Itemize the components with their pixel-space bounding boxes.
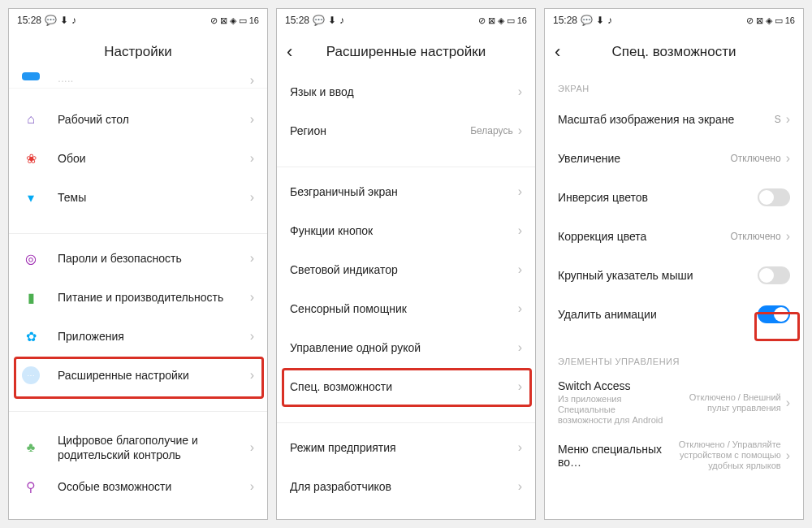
chat-icon: 💬 xyxy=(45,15,57,26)
status-time: 15:28 xyxy=(285,15,309,26)
chevron-icon: › xyxy=(518,262,522,277)
notifications-icon xyxy=(22,72,40,80)
row-themes[interactable]: ▾ Темы › xyxy=(9,178,267,217)
row-apps[interactable]: ✿ Приложения › xyxy=(9,317,267,356)
more-icon: ⋯ xyxy=(22,366,40,384)
chevron-icon: › xyxy=(518,301,522,316)
toggle-large-pointer[interactable] xyxy=(758,266,790,284)
wallpaper-icon: ❀ xyxy=(22,149,40,167)
chevron-icon: › xyxy=(518,440,522,455)
row-developer[interactable]: Для разработчиков › xyxy=(277,467,535,506)
music-icon: ♪ xyxy=(71,15,76,26)
row-buttons[interactable]: Функции кнопок › xyxy=(277,211,535,250)
row-label: Питание и производительность xyxy=(58,290,250,305)
download-icon: ⬇ xyxy=(328,15,336,26)
battery-row-icon: ▮ xyxy=(22,288,40,306)
themes-icon: ▾ xyxy=(22,188,40,206)
chevron-icon: › xyxy=(786,229,790,244)
row-color-correction[interactable]: Коррекция цвета Отключено › xyxy=(545,217,803,256)
dnd-icon: ⊘ xyxy=(478,15,486,26)
status-time: 15:28 xyxy=(17,15,41,26)
row-label: Обои xyxy=(58,152,250,165)
row-label: Сенсорный помощник xyxy=(290,302,518,315)
wifi-icon: ◈ xyxy=(498,15,504,26)
wifi-icon: ◈ xyxy=(230,15,236,26)
chevron-icon: › xyxy=(518,84,522,99)
row-color-inversion[interactable]: Инверсия цветов xyxy=(545,178,803,217)
row-security[interactable]: ◎ Пароли и безопасность › xyxy=(9,239,267,278)
alarm-icon: ⊠ xyxy=(488,15,495,26)
row-language[interactable]: Язык и ввод › xyxy=(277,72,535,111)
row-large-pointer[interactable]: Крупный указатель мыши xyxy=(545,256,803,295)
chevron-icon: › xyxy=(518,123,522,138)
phone-settings: 15:28💬⬇♪ ⊘⊠◈▭16 Настройки ····· › ⌂ Рабо… xyxy=(8,8,268,520)
page-title: Расширенные настройки xyxy=(326,44,486,60)
home-icon: ⌂ xyxy=(22,110,40,128)
row-label: Инверсия цветов xyxy=(558,191,758,204)
row-notifications[interactable]: ····· › xyxy=(9,72,267,89)
battery-icon: ▭ xyxy=(775,15,783,26)
row-remove-animations[interactable]: Удалить анимации xyxy=(545,295,803,334)
row-label: Для разработчиков xyxy=(290,480,518,493)
settings-list[interactable]: ····· › ⌂ Рабочий стол › ❀ Обои › ▾ Темы… xyxy=(9,72,267,520)
chevron-icon: › xyxy=(250,479,254,494)
row-battery[interactable]: ▮ Питание и производительность › xyxy=(9,278,267,317)
row-accessibility-special[interactable]: ⚲ Особые возможности › xyxy=(9,467,267,506)
statusbar: 15:28💬⬇♪ ⊘⊠◈▭16 xyxy=(9,9,267,32)
row-label: Функции кнопок xyxy=(290,224,518,237)
phone-accessibility: 15:28💬⬇♪ ⊘⊠◈▭16 ‹ Спец. возможности ЭКРА… xyxy=(544,8,804,520)
row-label: Рабочий стол xyxy=(58,113,250,126)
row-wellbeing[interactable]: ♣ Цифровое благополучие и родительский к… xyxy=(9,428,267,467)
page-title: Настройки xyxy=(104,44,171,60)
row-label: Управление одной рукой xyxy=(290,341,518,354)
back-button[interactable]: ‹ xyxy=(555,41,560,63)
row-led[interactable]: Световой индикатор › xyxy=(277,250,535,289)
back-button[interactable]: ‹ xyxy=(287,41,292,63)
row-label: Крупный указатель мыши xyxy=(558,269,758,282)
chevron-icon: › xyxy=(250,290,254,305)
battery-icon: ▭ xyxy=(239,15,247,26)
row-switch-access[interactable]: Switch Access Из приложения Специальные … xyxy=(545,373,803,433)
chevron-icon: › xyxy=(250,112,254,127)
row-label: Регион xyxy=(290,124,470,137)
row-value: Отключено xyxy=(730,153,780,164)
shield-icon: ◎ xyxy=(22,249,40,267)
row-accessibility-menu[interactable]: Меню специальных во… Отключено / Управля… xyxy=(545,433,803,478)
accessibility-list[interactable]: ЭКРАН Масштаб изображения на экране S › … xyxy=(545,72,803,520)
row-quickball[interactable]: Сенсорный помощник › xyxy=(277,289,535,328)
row-onehand[interactable]: Управление одной рукой › xyxy=(277,328,535,367)
row-advanced[interactable]: ⋯ Расширенные настройки › xyxy=(9,356,267,395)
music-icon: ♪ xyxy=(607,15,612,26)
row-enterprise[interactable]: Режим предприятия › xyxy=(277,428,535,467)
chevron-icon: › xyxy=(518,479,522,494)
toggle-remove-animations[interactable] xyxy=(758,305,790,323)
row-display-scale[interactable]: Масштаб изображения на экране S › xyxy=(545,100,803,139)
row-magnification[interactable]: Увеличение Отключено › xyxy=(545,139,803,178)
row-accessibility[interactable]: Спец. возможности › xyxy=(277,367,535,406)
row-fullscreen[interactable]: Безграничный экран › xyxy=(277,172,535,211)
chevron-icon: › xyxy=(250,440,254,455)
status-time: 15:28 xyxy=(553,15,577,26)
row-region[interactable]: Регион Беларусь › xyxy=(277,111,535,150)
row-desktop[interactable]: ⌂ Рабочий стол › xyxy=(9,100,267,139)
header: ‹ Расширенные настройки xyxy=(277,32,535,72)
advanced-list[interactable]: Язык и ввод › Регион Беларусь › Безграни… xyxy=(277,72,535,520)
row-label: Расширенные настройки xyxy=(58,369,250,382)
statusbar: 15:28💬⬇♪ ⊘⊠◈▭16 xyxy=(545,9,803,32)
section-screen: ЭКРАН xyxy=(545,72,803,100)
download-icon: ⬇ xyxy=(60,15,68,26)
alarm-icon: ⊠ xyxy=(756,15,763,26)
header: ‹ Спец. возможности xyxy=(545,32,803,72)
statusbar: 15:28💬⬇♪ ⊘⊠◈▭16 xyxy=(277,9,535,32)
chevron-icon: › xyxy=(786,112,790,127)
music-icon: ♪ xyxy=(339,15,344,26)
battery-pct: 16 xyxy=(517,15,527,25)
row-wallpaper[interactable]: ❀ Обои › xyxy=(9,139,267,178)
row-label: Удалить анимации xyxy=(558,308,758,321)
row-value: Беларусь xyxy=(470,125,512,136)
chat-icon: 💬 xyxy=(581,15,593,26)
toggle-color-inversion[interactable] xyxy=(758,188,790,206)
chevron-icon: › xyxy=(518,340,522,355)
chevron-icon: › xyxy=(786,151,790,166)
row-label: Масштаб изображения на экране xyxy=(558,113,775,126)
